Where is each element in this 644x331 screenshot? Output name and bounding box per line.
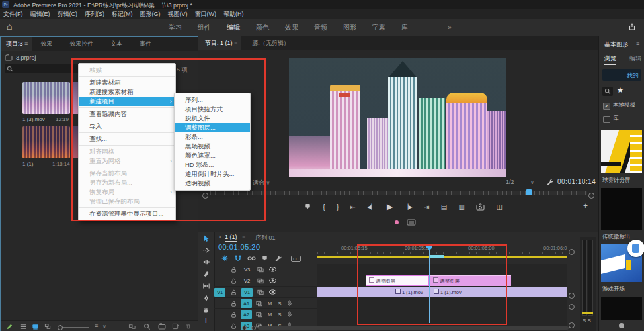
sync-lock-icon[interactable] — [255, 300, 263, 307]
template-thumbnail[interactable] — [601, 297, 642, 320]
track-output-eye-icon[interactable] — [268, 289, 277, 295]
workspace-tab-assembly[interactable]: 组件 — [198, 23, 211, 32]
tab-project[interactable]: 项目:3 ≡ — [1, 37, 32, 51]
track-height-handle[interactable] — [242, 326, 247, 330]
share-export-icon[interactable] — [628, 23, 636, 31]
comparison-view-icon[interactable]: ◫ — [497, 203, 503, 211]
menu-sequence[interactable]: 序列(S) — [85, 10, 104, 19]
track-lock-icon[interactable] — [230, 322, 237, 330]
tab-program-monitor[interactable]: 节目: 1 (1) ≡ — [198, 36, 241, 50]
zoom-slider-handle[interactable] — [58, 325, 63, 330]
menu-markers[interactable]: 标记(M) — [112, 10, 133, 19]
track-lock-icon[interactable] — [230, 289, 237, 296]
submenu-item-adjustment-layer[interactable]: 调整图层... — [175, 123, 250, 132]
audio-lane-a2[interactable] — [317, 309, 567, 321]
timeline-tab[interactable]: 1 (1) — [225, 234, 237, 242]
track-lock-icon[interactable] — [230, 277, 237, 285]
track-name-v1[interactable]: V1 — [241, 288, 253, 297]
menu-window[interactable]: 窗口(W) — [195, 10, 217, 19]
marker-icon[interactable] — [261, 254, 268, 262]
timeline-scrollbar-handle[interactable] — [569, 249, 575, 255]
sync-lock-icon[interactable] — [257, 266, 264, 273]
timeline-settings-wrench-icon[interactable] — [274, 254, 282, 262]
clip-adjustment-layer-selected[interactable]: 调整图层 — [366, 275, 429, 286]
playback-resolution-dropdown[interactable]: 1/2 ∨ — [506, 179, 534, 185]
menu-item-find[interactable]: 查找... — [79, 134, 175, 144]
workspace-tab-graphics[interactable]: 图形 — [343, 23, 356, 32]
audio-lane-a1[interactable] — [317, 298, 567, 310]
submenu-item-offline-file[interactable]: 脱机文件... — [175, 114, 250, 123]
project-item-thumbnail[interactable] — [22, 82, 70, 114]
submenu-item-transparent-video[interactable]: 透明视频... — [175, 179, 250, 188]
source-patch-v1[interactable]: V1 — [214, 288, 225, 297]
workspace-overflow-chevron[interactable]: » — [448, 24, 452, 31]
menu-file[interactable]: 文件(F) — [3, 10, 23, 19]
video-lane-v3[interactable] — [317, 264, 567, 276]
project-item-name[interactable]: 1 (3).mov — [22, 117, 45, 122]
voiceover-mic-icon[interactable] — [286, 310, 293, 318]
menu-item-new-search-bin[interactable]: 新建搜索素材箱 — [79, 87, 175, 97]
sync-lock-icon[interactable] — [257, 277, 264, 285]
zoom-slider-track[interactable] — [63, 327, 89, 328]
tab-browse[interactable]: 浏览 — [604, 54, 616, 65]
menu-item-reveal-in-explorer[interactable]: 在资源管理器中显示项目... — [79, 209, 175, 218]
new-item-icon[interactable] — [172, 323, 179, 330]
submenu-item-black-video[interactable]: 黑场视频... — [175, 142, 250, 151]
workspace-tab-captions[interactable]: 字幕 — [372, 23, 385, 32]
step-back-icon[interactable]: ◀▏ — [367, 204, 375, 210]
mute-button[interactable]: M — [266, 301, 273, 307]
voiceover-mic-icon[interactable] — [286, 299, 293, 307]
track-lock-icon[interactable] — [230, 266, 237, 273]
workspace-tab-editing[interactable]: 编辑 — [227, 23, 240, 32]
menu-item-save-current-layout[interactable]: 保存当前布局 — [79, 169, 175, 178]
mark-out-icon[interactable]: } — [337, 203, 339, 211]
template-thumbnail-scoreboard[interactable] — [601, 130, 642, 173]
sort-icon[interactable]: ≡ — [95, 322, 98, 329]
timeline-scrollbar-handle[interactable] — [569, 304, 575, 310]
find-icon[interactable] — [143, 323, 151, 330]
timeline-timecode[interactable]: 00:01:05:20 — [218, 243, 261, 251]
panel-menu-icon[interactable]: ≡ — [234, 40, 237, 46]
menu-clip[interactable]: 剪辑(C) — [58, 10, 78, 19]
button-editor-plus-icon[interactable]: + — [583, 201, 588, 211]
track-lock-icon[interactable] — [230, 311, 237, 318]
ripple-edit-tool-icon[interactable] — [202, 258, 210, 266]
export-frame-camera-icon[interactable] — [476, 203, 485, 211]
menu-item-paste[interactable]: 粘贴 — [79, 66, 175, 75]
menu-graphics[interactable]: 图形(G) — [140, 10, 161, 19]
templates-dropdown[interactable]: 我的 — [602, 69, 641, 81]
checkbox-local-templates[interactable]: ✓ 本地模板 — [603, 101, 635, 109]
timeline-hscrollbar[interactable] — [258, 326, 569, 330]
freeform-view-icon[interactable] — [44, 323, 52, 330]
step-forward-icon[interactable]: ▕▶ — [404, 204, 412, 210]
track-height-handle[interactable] — [251, 326, 256, 330]
project-breadcrumb[interactable]: 3.prproj — [5, 54, 36, 62]
tab-text[interactable]: 文本 — [102, 40, 131, 48]
menu-edit[interactable]: 编辑(E) — [30, 10, 50, 19]
clip-video-1-1-mov[interactable]: 1 (1).mov 1 (1).mov — [317, 287, 567, 297]
tab-edit[interactable]: 编辑 — [629, 54, 641, 63]
submenu-item-bars-and-tone[interactable]: 彩条... — [175, 132, 250, 142]
menu-item-new-bin[interactable]: 新建素材箱 — [79, 78, 175, 87]
scrubber-playhead[interactable] — [526, 189, 532, 195]
workspace-tab-audio[interactable]: 音频 — [314, 23, 327, 32]
timeline-tab-close-icon[interactable]: × — [218, 234, 221, 240]
menu-item-manage-layouts[interactable]: 管理已保存的布局... — [79, 197, 175, 206]
timeline-ruler[interactable]: 00:01:05:15 00:01:05:20 00:01:06:00 00:0… — [317, 244, 567, 254]
menu-item-view-hidden[interactable]: 查看隐藏内容 — [79, 109, 175, 118]
track-name-a2[interactable]: A2 — [241, 310, 252, 319]
hand-tool-icon[interactable] — [202, 306, 210, 314]
track-select-forward-tool-icon[interactable] — [202, 246, 210, 254]
tab-effect-controls[interactable]: 效果控件 — [61, 40, 102, 48]
project-item-name[interactable]: 1 (1) — [22, 161, 33, 167]
workspace-tab-effects[interactable]: 效果 — [285, 23, 298, 32]
mark-in-icon[interactable]: { — [323, 203, 325, 211]
clip-adjustment-layer[interactable]: 调整图层 — [430, 275, 511, 286]
slip-tool-icon[interactable] — [202, 282, 210, 290]
sync-lock-icon[interactable] — [255, 311, 263, 318]
lift-icon[interactable]: ▤ — [441, 203, 447, 211]
menu-item-align-grid[interactable]: 对齐网格 — [79, 147, 175, 156]
snap-magnet-icon[interactable] — [234, 254, 242, 262]
mute-button[interactable]: M — [266, 312, 273, 318]
panel-menu-icon[interactable]: ≡ — [242, 234, 245, 240]
